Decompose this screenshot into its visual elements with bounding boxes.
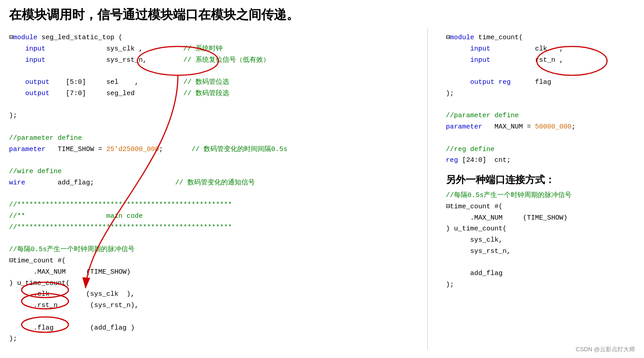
page-title: 在模块调用时，信号通过模块端口在模块之间传递。	[0, 0, 644, 28]
right-code-top: ⊟module time_count( input clk , input rs…	[446, 32, 635, 166]
left-code-panel: ⊟module seg_led_static_top ( input sys_c…	[5, 28, 414, 349]
watermark: CSDN @云影点灯大师	[576, 345, 635, 353]
left-code: ⊟module seg_led_static_top ( input sys_c…	[9, 32, 409, 345]
right-code-bottom: //每隔0.5s产生一个时钟周期的脉冲信号 ⊟time_count #( .MA…	[446, 190, 635, 291]
right-code-panel: ⊟module time_count( input clk , input rs…	[441, 28, 639, 349]
section-title: 另外一种端口连接方式：	[446, 172, 635, 188]
panel-divider	[427, 28, 428, 349]
